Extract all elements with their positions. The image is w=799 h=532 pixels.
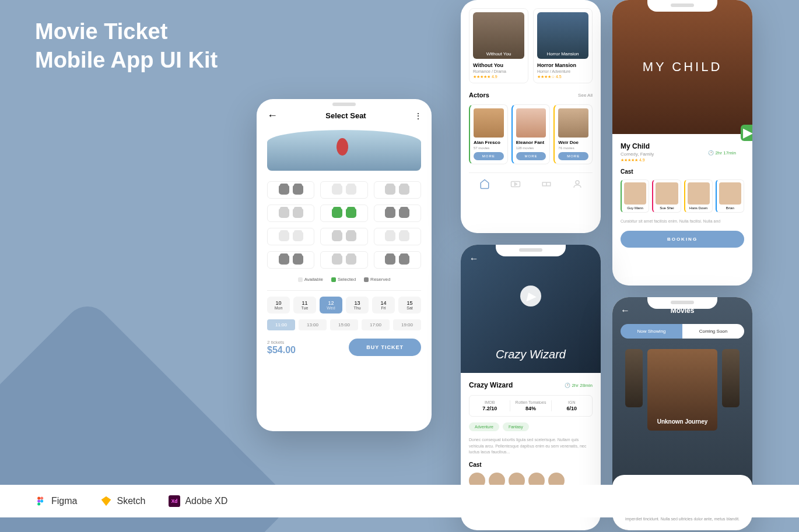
- time-option[interactable]: 13:00: [299, 319, 327, 330]
- seat[interactable]: [346, 255, 356, 265]
- description: Curabitur sit amet facilisis enim. Nulla…: [621, 219, 744, 225]
- movie-poster: Horror Mansion: [537, 12, 588, 59]
- seat[interactable]: [293, 255, 303, 265]
- buy-ticket-button[interactable]: BUY TICKET: [349, 339, 421, 356]
- tool-figma: Figma: [35, 495, 77, 507]
- section-title: Actors: [469, 91, 489, 98]
- seat[interactable]: [346, 232, 356, 241]
- back-icon[interactable]: ←: [267, 110, 278, 122]
- seat[interactable]: [332, 185, 342, 195]
- svg-point-5: [40, 500, 43, 503]
- movie-poster: Without You: [473, 12, 524, 59]
- seat[interactable]: [346, 185, 356, 195]
- cast-card[interactable]: Hans Down: [684, 179, 713, 213]
- actor-card[interactable]: Alan Fresco 57 movies MORE: [469, 104, 508, 164]
- seat[interactable]: [279, 209, 289, 218]
- booking-button[interactable]: BOOKING: [621, 231, 744, 248]
- play-button[interactable]: ▶: [741, 125, 752, 141]
- cast-photo: [656, 182, 678, 205]
- phone-my-child: MY CHILD ▶ My Child 🕐 2hr 17min Comedy, …: [612, 0, 752, 286]
- time-option[interactable]: 19:00: [393, 319, 421, 330]
- time-option[interactable]: 11:00: [267, 319, 295, 330]
- ratings-panel: IMDB7.2/10 Rotten Tomatoes84% IGN6/10: [469, 395, 593, 417]
- movie-card[interactable]: Without You Without You Romance / Drama …: [469, 8, 528, 83]
- seat-legend: Available Selected Reserved: [267, 277, 421, 282]
- more-button[interactable]: MORE: [516, 152, 546, 160]
- phone-select-seat: ← Select Seat ⋮ Available Selected Reser…: [257, 99, 432, 431]
- seat[interactable]: [293, 209, 303, 218]
- date-option[interactable]: 15Sat: [398, 297, 421, 313]
- seat[interactable]: [332, 232, 342, 241]
- star-rating: ★★★★★ 4.9: [621, 158, 744, 163]
- cast-photo: [624, 182, 646, 205]
- svg-rect-0: [511, 182, 520, 187]
- date-option[interactable]: 11Tue: [293, 297, 316, 313]
- movie-hero: ← ▶ Crazy Wizard: [461, 245, 601, 373]
- phone-movie-list: Without You Without You Romance / Drama …: [461, 0, 601, 233]
- actor-card[interactable]: Weir Doe 76 movies MORE: [553, 104, 593, 164]
- movie-card[interactable]: Horror Mansion Horror Mansion Horror / A…: [533, 8, 593, 83]
- seat[interactable]: [346, 209, 356, 218]
- cast-photo: [688, 182, 710, 205]
- seat[interactable]: [399, 209, 409, 218]
- date-option[interactable]: 12Wed: [320, 297, 342, 313]
- more-button[interactable]: MORE: [558, 152, 588, 160]
- bottom-nav: [469, 172, 593, 189]
- time-picker: 11:00 13:00 15:00 17:00 19:00: [267, 319, 421, 330]
- date-option[interactable]: 10Mon: [267, 297, 290, 313]
- carousel-item[interactable]: [722, 349, 740, 407]
- seat[interactable]: [332, 209, 342, 218]
- see-all-link[interactable]: See All: [578, 93, 593, 98]
- cast-card[interactable]: Brian: [716, 179, 744, 213]
- actor-card[interactable]: Eleanor Fant 128 movies MORE: [511, 104, 551, 164]
- seat[interactable]: [279, 185, 289, 195]
- movie-carousel[interactable]: Unknown Journey: [621, 349, 744, 431]
- seat[interactable]: [399, 232, 409, 241]
- seat[interactable]: [332, 255, 342, 265]
- more-button[interactable]: MORE: [474, 152, 504, 160]
- svg-point-3: [40, 497, 43, 500]
- cast-card[interactable]: Guy Mann: [621, 179, 649, 213]
- seat[interactable]: [385, 185, 395, 195]
- seat[interactable]: [385, 255, 395, 265]
- seat[interactable]: [385, 232, 395, 241]
- date-option[interactable]: 14Fri: [372, 297, 395, 313]
- video-icon[interactable]: [510, 179, 521, 189]
- seat[interactable]: [279, 232, 289, 241]
- seat[interactable]: [293, 185, 303, 195]
- genre-tag[interactable]: Adventure: [469, 422, 499, 431]
- svg-point-2: [37, 497, 40, 500]
- seat[interactable]: [399, 185, 409, 195]
- svg-text:Xd: Xd: [171, 498, 178, 504]
- carousel-item[interactable]: [625, 349, 643, 407]
- seat[interactable]: [293, 232, 303, 241]
- time-option[interactable]: 17:00: [362, 319, 390, 330]
- ticket-icon[interactable]: [541, 179, 552, 189]
- page-title: Movie Ticket Mobile App UI Kit: [35, 17, 218, 75]
- cast-label: Cast: [469, 461, 593, 468]
- profile-icon[interactable]: [572, 179, 583, 189]
- more-icon[interactable]: ⋮: [414, 111, 421, 121]
- back-icon[interactable]: ←: [621, 305, 630, 316]
- svg-point-4: [37, 500, 40, 503]
- duration: 🕐 2hr 28min: [565, 383, 593, 388]
- seat[interactable]: [279, 255, 289, 265]
- seat[interactable]: [399, 255, 409, 265]
- carousel-item-main[interactable]: Unknown Journey: [647, 349, 717, 431]
- xd-icon: Xd: [169, 495, 180, 507]
- svg-point-6: [37, 503, 40, 506]
- tab-now-showing[interactable]: Now Showing: [621, 324, 682, 339]
- play-button[interactable]: ▶: [520, 286, 541, 306]
- tab-coming-soon[interactable]: Coming Soon: [682, 324, 744, 339]
- time-option[interactable]: 15:00: [330, 319, 358, 330]
- home-icon[interactable]: [479, 179, 490, 189]
- seat[interactable]: [385, 209, 395, 218]
- back-icon[interactable]: ←: [469, 253, 478, 264]
- description: Donec consequat lobortis ligula sed scel…: [469, 437, 593, 456]
- genre-tag[interactable]: Fantasy: [503, 422, 529, 431]
- duration: 🕐 2hr 17min: [708, 150, 736, 156]
- movie-title: My Child: [621, 142, 744, 150]
- cast-card[interactable]: Sue Shei: [652, 179, 681, 213]
- cast-label: Cast: [621, 168, 744, 175]
- date-option[interactable]: 13Thu: [346, 297, 369, 313]
